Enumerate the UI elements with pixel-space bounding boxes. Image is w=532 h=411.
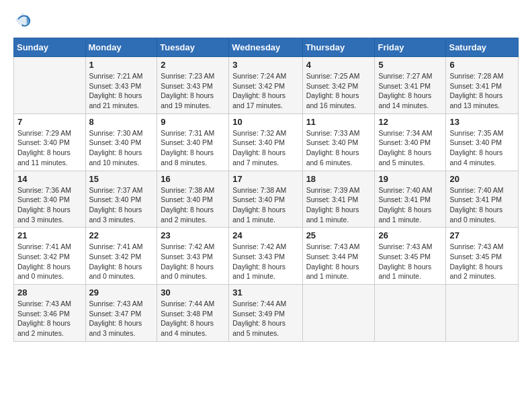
calendar-cell: 19Sunrise: 7:40 AMSunset: 3:41 PMDayligh… — [375, 171, 446, 228]
day-info: Sunrise: 7:43 AMSunset: 3:45 PMDaylight:… — [378, 242, 442, 281]
day-info: Sunrise: 7:30 AMSunset: 3:40 PMDaylight:… — [89, 128, 154, 168]
day-number: 10 — [232, 117, 298, 127]
day-info: Sunrise: 7:43 AMSunset: 3:46 PMDaylight:… — [17, 299, 82, 338]
calendar-cell: 29Sunrise: 7:43 AMSunset: 3:47 PMDayligh… — [85, 285, 157, 342]
calendar-cell: 1Sunrise: 7:21 AMSunset: 3:43 PMDaylight… — [85, 57, 157, 114]
day-number: 12 — [378, 117, 442, 127]
page-container: SundayMondayTuesdayWednesdayThursdayFrid… — [0, 0, 532, 349]
day-info: Sunrise: 7:25 AMSunset: 3:42 PMDaylight:… — [306, 71, 371, 111]
calendar-cell: 17Sunrise: 7:38 AMSunset: 3:40 PMDayligh… — [229, 171, 302, 228]
calendar-week-row: 14Sunrise: 7:36 AMSunset: 3:40 PMDayligh… — [14, 171, 519, 228]
calendar-cell — [446, 285, 519, 342]
calendar-cell: 30Sunrise: 7:44 AMSunset: 3:48 PMDayligh… — [157, 285, 229, 342]
day-number: 27 — [449, 230, 515, 240]
calendar-cell: 15Sunrise: 7:37 AMSunset: 3:40 PMDayligh… — [85, 171, 157, 228]
day-info: Sunrise: 7:37 AMSunset: 3:40 PMDaylight:… — [89, 185, 154, 225]
calendar-cell: 20Sunrise: 7:40 AMSunset: 3:41 PMDayligh… — [446, 171, 519, 228]
calendar-week-row: 7Sunrise: 7:29 AMSunset: 3:40 PMDaylight… — [14, 113, 519, 171]
day-info: Sunrise: 7:24 AMSunset: 3:42 PMDaylight:… — [232, 71, 298, 111]
day-number: 24 — [232, 230, 298, 240]
day-info: Sunrise: 7:23 AMSunset: 3:43 PMDaylight:… — [161, 71, 225, 111]
calendar-cell: 11Sunrise: 7:33 AMSunset: 3:40 PMDayligh… — [302, 113, 375, 171]
day-number: 30 — [161, 287, 225, 298]
calendar-cell — [375, 285, 446, 342]
calendar-cell: 2Sunrise: 7:23 AMSunset: 3:43 PMDaylight… — [157, 57, 229, 114]
calendar-cell: 28Sunrise: 7:43 AMSunset: 3:46 PMDayligh… — [14, 285, 86, 342]
weekday-header-wednesday: Wednesday — [229, 38, 302, 57]
day-number: 18 — [306, 174, 371, 184]
day-info: Sunrise: 7:31 AMSunset: 3:40 PMDaylight:… — [161, 128, 225, 168]
weekday-header-monday: Monday — [85, 38, 157, 57]
day-number: 15 — [89, 174, 154, 184]
day-number: 13 — [449, 117, 515, 127]
calendar-cell: 10Sunrise: 7:32 AMSunset: 3:40 PMDayligh… — [229, 113, 302, 171]
day-info: Sunrise: 7:41 AMSunset: 3:42 PMDaylight:… — [17, 242, 82, 281]
calendar-cell: 5Sunrise: 7:27 AMSunset: 3:41 PMDaylight… — [375, 57, 446, 114]
calendar-week-row: 21Sunrise: 7:41 AMSunset: 3:42 PMDayligh… — [14, 228, 519, 285]
day-number: 28 — [17, 287, 82, 298]
day-info: Sunrise: 7:33 AMSunset: 3:40 PMDaylight:… — [306, 128, 371, 168]
day-number: 4 — [306, 60, 371, 70]
calendar-cell: 26Sunrise: 7:43 AMSunset: 3:45 PMDayligh… — [375, 228, 446, 285]
day-info: Sunrise: 7:40 AMSunset: 3:41 PMDaylight:… — [378, 185, 442, 225]
calendar-cell: 9Sunrise: 7:31 AMSunset: 3:40 PMDaylight… — [157, 113, 229, 171]
day-info: Sunrise: 7:39 AMSunset: 3:41 PMDaylight:… — [306, 185, 371, 225]
calendar-week-row: 1Sunrise: 7:21 AMSunset: 3:43 PMDaylight… — [14, 57, 519, 114]
logo — [13, 11, 35, 30]
day-info: Sunrise: 7:36 AMSunset: 3:40 PMDaylight:… — [17, 185, 82, 225]
calendar-cell: 12Sunrise: 7:34 AMSunset: 3:40 PMDayligh… — [375, 113, 446, 171]
day-info: Sunrise: 7:29 AMSunset: 3:40 PMDaylight:… — [17, 128, 82, 168]
day-info: Sunrise: 7:40 AMSunset: 3:41 PMDaylight:… — [449, 185, 515, 225]
header-row: SundayMondayTuesdayWednesdayThursdayFrid… — [14, 38, 519, 57]
day-number: 21 — [17, 230, 82, 240]
day-info: Sunrise: 7:43 AMSunset: 3:44 PMDaylight:… — [306, 242, 371, 281]
day-number: 19 — [378, 174, 442, 184]
day-info: Sunrise: 7:44 AMSunset: 3:49 PMDaylight:… — [232, 299, 298, 338]
day-number: 17 — [232, 174, 298, 184]
weekday-header-thursday: Thursday — [302, 38, 375, 57]
day-info: Sunrise: 7:43 AMSunset: 3:45 PMDaylight:… — [449, 242, 515, 281]
calendar-cell: 8Sunrise: 7:30 AMSunset: 3:40 PMDaylight… — [85, 113, 157, 171]
day-number: 9 — [161, 117, 225, 127]
day-number: 5 — [378, 60, 442, 70]
day-number: 20 — [449, 174, 515, 184]
calendar-cell: 25Sunrise: 7:43 AMSunset: 3:44 PMDayligh… — [302, 228, 375, 285]
day-number: 16 — [161, 174, 225, 184]
calendar-cell: 31Sunrise: 7:44 AMSunset: 3:49 PMDayligh… — [229, 285, 302, 342]
weekday-header-saturday: Saturday — [446, 38, 519, 57]
day-info: Sunrise: 7:28 AMSunset: 3:41 PMDaylight:… — [449, 71, 515, 111]
day-info: Sunrise: 7:41 AMSunset: 3:42 PMDaylight:… — [89, 242, 154, 281]
calendar-cell: 3Sunrise: 7:24 AMSunset: 3:42 PMDaylight… — [229, 57, 302, 114]
day-number: 14 — [17, 174, 82, 184]
day-number: 23 — [161, 230, 225, 240]
calendar-cell: 14Sunrise: 7:36 AMSunset: 3:40 PMDayligh… — [14, 171, 86, 228]
day-info: Sunrise: 7:21 AMSunset: 3:43 PMDaylight:… — [89, 71, 154, 111]
calendar-cell: 6Sunrise: 7:28 AMSunset: 3:41 PMDaylight… — [446, 57, 519, 114]
day-info: Sunrise: 7:32 AMSunset: 3:40 PMDaylight:… — [232, 128, 298, 168]
day-info: Sunrise: 7:44 AMSunset: 3:48 PMDaylight:… — [161, 299, 225, 338]
logo-icon — [13, 11, 32, 30]
day-info: Sunrise: 7:38 AMSunset: 3:40 PMDaylight:… — [161, 185, 225, 225]
weekday-header-sunday: Sunday — [14, 38, 86, 57]
weekday-header-tuesday: Tuesday — [157, 38, 229, 57]
day-number: 31 — [232, 287, 298, 298]
day-info: Sunrise: 7:42 AMSunset: 3:43 PMDaylight:… — [232, 242, 298, 281]
weekday-header-friday: Friday — [375, 38, 446, 57]
day-info: Sunrise: 7:34 AMSunset: 3:40 PMDaylight:… — [378, 128, 442, 168]
day-number: 26 — [378, 230, 442, 240]
day-info: Sunrise: 7:42 AMSunset: 3:43 PMDaylight:… — [161, 242, 225, 281]
calendar-week-row: 28Sunrise: 7:43 AMSunset: 3:46 PMDayligh… — [14, 285, 519, 342]
day-number: 29 — [89, 287, 154, 298]
header — [13, 11, 519, 30]
day-number: 1 — [89, 60, 154, 70]
day-number: 3 — [232, 60, 298, 70]
day-number: 2 — [161, 60, 225, 70]
day-number: 8 — [89, 117, 154, 127]
calendar-cell: 21Sunrise: 7:41 AMSunset: 3:42 PMDayligh… — [14, 228, 86, 285]
calendar-cell: 27Sunrise: 7:43 AMSunset: 3:45 PMDayligh… — [446, 228, 519, 285]
calendar-cell: 22Sunrise: 7:41 AMSunset: 3:42 PMDayligh… — [85, 228, 157, 285]
calendar-cell: 4Sunrise: 7:25 AMSunset: 3:42 PMDaylight… — [302, 57, 375, 114]
day-info: Sunrise: 7:43 AMSunset: 3:47 PMDaylight:… — [89, 299, 154, 338]
calendar-cell: 16Sunrise: 7:38 AMSunset: 3:40 PMDayligh… — [157, 171, 229, 228]
day-info: Sunrise: 7:38 AMSunset: 3:40 PMDaylight:… — [232, 185, 298, 225]
